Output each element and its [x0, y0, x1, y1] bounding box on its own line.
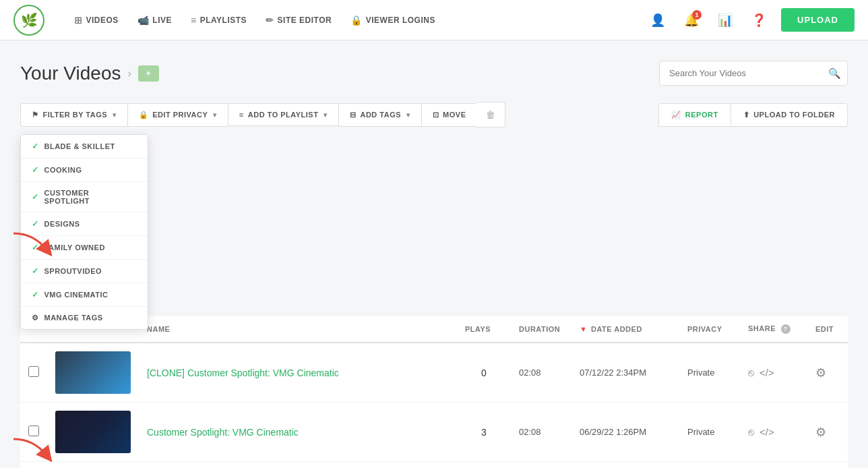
share-info-icon[interactable]: ? — [781, 324, 790, 334]
table-row: Customer Spotlight: VMG Cinematic 3 02:0… — [20, 403, 848, 462]
playlist-icon: ≡ — [239, 111, 244, 119]
table-body: [CLONE] Customer Spotlight: VMG Cinemati… — [20, 343, 848, 468]
check-icon: ✓ — [32, 192, 39, 202]
upload-to-folder-button[interactable]: ⬆ UPLOAD TO FOLDER — [731, 103, 848, 127]
arrow-indicator-1 — [7, 230, 54, 264]
thumbnail-cell — [47, 462, 139, 469]
header-date-added[interactable]: ▼ DATE ADDED — [571, 316, 679, 343]
edit-cell: ⚙ — [807, 462, 848, 469]
move-button[interactable]: ⊡ MOVE — [421, 103, 477, 127]
chart-icon: 📈 — [671, 111, 681, 119]
plays-cell: 3 — [457, 403, 511, 462]
share-button[interactable]: ⎋ — [748, 426, 754, 438]
share-icons: ⎋ </> — [748, 367, 799, 378]
embed-button[interactable]: </> — [760, 367, 774, 378]
plus-icon: + — [146, 69, 151, 78]
dropdown-item-cooking[interactable]: ✓ COOKING — [21, 158, 148, 182]
top-navigation: 🌿 ⊞ VIDEOS 📹 LIVE ≡ PLAYLISTS ✏ SITE EDI… — [0, 0, 868, 40]
date-cell: 06/29/22 1:26PM — [571, 462, 679, 469]
privacy-cell: Private — [679, 462, 740, 469]
row-checkbox-cell — [20, 343, 47, 403]
list-icon: ≡ — [191, 15, 197, 26]
delete-button[interactable]: 🗑 — [476, 102, 505, 127]
dropdown-item-vmg-cinematic[interactable]: ✓ VMG CINEMATIC — [21, 283, 148, 307]
nav-viewer-logins[interactable]: 🔒 VIEWER LOGINS — [342, 9, 443, 31]
toolbar: ⚑ FILTER BY TAGS ▾ ✓ BLADE & SKILLET ✓ C… — [20, 102, 848, 127]
pencil-icon: ✏ — [266, 15, 274, 26]
name-cell: Customer Spotlight: VMG Cinematic — [139, 403, 457, 462]
embed-button[interactable]: </> — [760, 426, 774, 438]
row-checkbox[interactable] — [28, 366, 39, 377]
share-icons: ⎋ </> — [748, 426, 799, 438]
manage-tags-option[interactable]: ⚙ MANAGE TAGS — [21, 307, 148, 329]
upload-button[interactable]: UPLOAD — [781, 8, 855, 32]
page-content: Your Videos › + 🔍 — [0, 40, 868, 468]
settings-button[interactable]: ⚙ — [815, 365, 826, 380]
logo-icon: 🌿 — [21, 12, 38, 28]
privacy-cell: Private — [679, 403, 740, 462]
edit-cell: ⚙ — [807, 343, 848, 403]
video-thumbnail — [55, 411, 131, 453]
toolbar-left: ⚑ FILTER BY TAGS ▾ ✓ BLADE & SKILLET ✓ C… — [20, 102, 658, 127]
check-icon: ✓ — [32, 219, 39, 229]
check-icon: ✓ — [32, 266, 39, 276]
video-icon: 📹 — [137, 15, 150, 26]
lock-icon: 🔒 — [350, 15, 363, 26]
share-button[interactable]: ⎋ — [748, 367, 754, 378]
search-box: 🔍 — [659, 61, 848, 86]
help-button[interactable]: ❓ — [747, 9, 770, 32]
page-title-area: Your Videos › + — [20, 63, 159, 84]
thumbnail-image — [55, 351, 131, 394]
settings-button[interactable]: ⚙ — [815, 425, 826, 440]
thumbnail-cell — [47, 343, 139, 403]
analytics-button[interactable]: 📊 — [714, 9, 737, 32]
header-privacy: PRIVACY — [679, 316, 740, 343]
share-cell: ⎋ </> — [740, 462, 807, 469]
add-tags-button[interactable]: ⊟ ADD TAGS ▾ — [338, 103, 421, 127]
notifications-button[interactable]: 🔔 1 — [680, 9, 703, 32]
arrow-1 — [7, 230, 54, 266]
dropdown-item-blade-skillet[interactable]: ✓ BLADE & SKILLET — [21, 135, 148, 158]
date-cell: 06/29/22 1:26PM — [571, 403, 679, 462]
user-button[interactable]: 👤 — [646, 9, 669, 32]
nav-live[interactable]: 📹 LIVE — [129, 9, 180, 31]
video-link[interactable]: [CLONE] Customer Spotlight: VMG Cinemati… — [147, 368, 339, 378]
search-input[interactable] — [659, 61, 848, 86]
filter-by-tags-container: ⚑ FILTER BY TAGS ▾ ✓ BLADE & SKILLET ✓ C… — [20, 103, 127, 127]
edit-privacy-button[interactable]: 🔒 EDIT PRIVACY ▾ — [127, 103, 228, 127]
new-folder-button[interactable]: + — [138, 65, 159, 82]
page-header: Your Videos › + 🔍 — [20, 61, 848, 86]
caret-down-icon: ▾ — [213, 111, 217, 119]
duration-cell: 02:08 — [511, 343, 571, 403]
logo[interactable]: 🌿 — [13, 5, 44, 36]
header-duration: DURATION — [511, 316, 571, 343]
video-link[interactable]: Customer Spotlight: VMG Cinematic — [147, 427, 299, 438]
duration-cell: 01:58 — [511, 462, 571, 469]
dropdown-item-customer-spotlight[interactable]: ✓ CUSTOMER SPOTLIGHT — [21, 182, 148, 212]
videos-table: NAME PLAYS DURATION ▼ DATE ADDED PRIVACY — [20, 316, 848, 468]
nav-playlists[interactable]: ≡ PLAYLISTS — [183, 9, 255, 31]
filter-by-tags-button[interactable]: ⚑ FILTER BY TAGS ▾ — [20, 103, 127, 127]
name-cell: Ken & Dana Designs — [139, 462, 457, 469]
table-row: Ken & Dana Designs 1 01:58 06/29/22 1:26… — [20, 462, 848, 469]
caret-down-icon: ▾ — [113, 111, 117, 119]
page-title: Your Videos — [20, 63, 121, 84]
table-row: [CLONE] Customer Spotlight: VMG Cinemati… — [20, 343, 848, 403]
plays-cell: 0 — [457, 343, 511, 403]
name-cell: [CLONE] Customer Spotlight: VMG Cinemati… — [139, 343, 457, 403]
duration-cell: 02:08 — [511, 403, 571, 462]
add-to-playlist-button[interactable]: ≡ ADD TO PLAYLIST ▾ — [228, 103, 338, 126]
check-icon: ✓ — [32, 290, 39, 299]
search-button[interactable]: 🔍 — [828, 67, 841, 80]
nav-right: 👤 🔔 1 📊 ❓ UPLOAD — [646, 8, 855, 32]
report-button[interactable]: 📈 REPORT — [658, 103, 730, 127]
thumbnail-image — [55, 411, 131, 453]
move-icon: ⊡ — [433, 111, 439, 119]
share-cell: ⎋ </> — [740, 343, 807, 403]
caret-down-icon: ▾ — [323, 111, 328, 119]
nav-videos[interactable]: ⊞ VIDEOS — [66, 9, 127, 31]
header-share: SHARE ? — [740, 316, 807, 343]
row-checkbox[interactable] — [28, 426, 39, 436]
gear-icon: ⚙ — [32, 314, 39, 322]
nav-site-editor[interactable]: ✏ SITE EDITOR — [257, 9, 340, 31]
